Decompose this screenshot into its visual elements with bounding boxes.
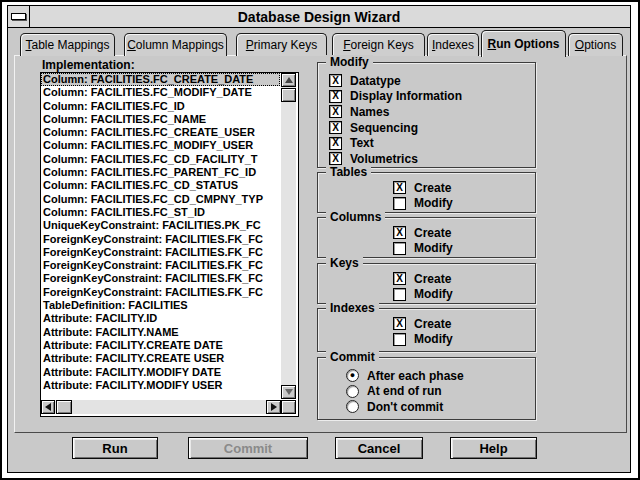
checkbox-keys-create-label: Create bbox=[414, 272, 451, 286]
checkbox-sequencing-label: Sequencing bbox=[350, 121, 418, 135]
horizontal-scrollbar-thumb[interactable] bbox=[56, 400, 72, 414]
group-commit-title: Commit bbox=[326, 350, 379, 364]
arrow-right-icon bbox=[271, 403, 277, 411]
tab-indexes[interactable]: Indexes bbox=[427, 33, 479, 56]
group-modify-title: Modify bbox=[326, 55, 373, 69]
checkbox-display-information[interactable]: X bbox=[329, 90, 342, 103]
list-item[interactable]: Column: FACILITIES.FC_MODIFY_DATE bbox=[41, 86, 280, 99]
list-item[interactable]: ForeignKeyConstraint: FACILITIES.FK_FC bbox=[41, 233, 280, 246]
cancel-button[interactable]: Cancel bbox=[335, 437, 423, 459]
checkbox-display-information-label: Display Information bbox=[350, 89, 462, 103]
checkbox-tables-create-label: Create bbox=[414, 181, 451, 195]
arrow-left-icon bbox=[45, 403, 51, 411]
group-keys: Keys XCreate Modify bbox=[317, 263, 536, 304]
list-item[interactable]: Column: FACILITIES.FC_CREATE_DATE bbox=[41, 73, 280, 86]
checkbox-tables-create[interactable]: X bbox=[393, 181, 406, 194]
group-columns: Columns XCreate Modify bbox=[317, 217, 536, 258]
radio-after-each-phase-label: After each phase bbox=[367, 369, 464, 383]
tab-options[interactable]: Options bbox=[568, 33, 623, 56]
list-item[interactable]: ForeignKeyConstraint: FACILITIES.FK_FC bbox=[41, 286, 280, 299]
scrollbar-corner bbox=[281, 400, 296, 414]
tab-column-mappings[interactable]: Column Mappings bbox=[124, 33, 227, 56]
checkbox-tables-modify[interactable] bbox=[393, 197, 406, 210]
scroll-right-button[interactable] bbox=[266, 400, 281, 414]
list-item[interactable]: ForeignKeyConstraint: FACILITIES.FK_FC bbox=[41, 246, 280, 259]
horizontal-scrollbar-track[interactable] bbox=[41, 400, 281, 414]
vertical-scrollbar-thumb[interactable] bbox=[281, 88, 296, 102]
list-item[interactable]: UniqueKeyConstraint: FACILITIES.PK_FC bbox=[41, 219, 280, 232]
checkbox-sequencing[interactable]: X bbox=[329, 121, 342, 134]
checkbox-columns-modify-label: Modify bbox=[414, 241, 453, 255]
checkbox-keys-modify-label: Modify bbox=[414, 287, 453, 301]
list-item[interactable]: Column: FACILITIES.FC_MODIFY_USER bbox=[41, 139, 280, 152]
scroll-up-button[interactable] bbox=[281, 73, 296, 87]
list-item[interactable]: Attribute: FACILITY.CREATE DATE bbox=[41, 339, 280, 352]
group-modify: Modify XDatatype XDisplay Information XN… bbox=[317, 62, 536, 168]
checkbox-names-label: Names bbox=[350, 105, 389, 119]
group-keys-title: Keys bbox=[326, 256, 363, 270]
list-item[interactable]: Attribute: FACILITY.CREATE USER bbox=[41, 352, 280, 365]
list-item[interactable]: ForeignKeyConstraint: FACILITIES.FK_FC bbox=[41, 259, 280, 272]
list-item[interactable]: TableDefinition: FACILITIES bbox=[41, 299, 280, 312]
list-item[interactable]: Column: FACILITIES.FC_PARENT_FC_ID bbox=[41, 166, 280, 179]
list-item[interactable]: Attribute: FACILITY.ID bbox=[41, 312, 280, 325]
checkbox-volumetrics[interactable]: X bbox=[329, 152, 342, 165]
list-item[interactable]: Column: FACILITIES.FC_CD_STATUS bbox=[41, 179, 280, 192]
tab-primary-keys[interactable]: Primary Keys bbox=[236, 33, 327, 56]
scroll-down-button[interactable] bbox=[281, 385, 296, 399]
checkbox-keys-create[interactable]: X bbox=[393, 272, 406, 285]
checkbox-datatype-label: Datatype bbox=[350, 74, 401, 88]
checkbox-indexes-create-label: Create bbox=[414, 317, 451, 331]
group-indexes-title: Indexes bbox=[326, 301, 379, 315]
checkbox-columns-create[interactable]: X bbox=[393, 226, 406, 239]
list-item[interactable]: ForeignKeyConstraint: FACILITIES.FK_FC bbox=[41, 272, 280, 285]
checkbox-tables-modify-label: Modify bbox=[414, 196, 453, 210]
run-button[interactable]: Run bbox=[72, 437, 158, 459]
list-item[interactable]: Column: FACILITIES.FC_CREATE_USER bbox=[41, 126, 280, 139]
list-item[interactable]: Attribute: FACILITY.NAME bbox=[41, 326, 280, 339]
implementation-label: Implementation: bbox=[42, 58, 135, 72]
list-item[interactable]: Attribute: FACILITY.MODIFY DATE bbox=[41, 366, 280, 379]
system-menu-button[interactable] bbox=[8, 6, 30, 27]
radio-at-end-of-run[interactable] bbox=[346, 385, 359, 398]
checkbox-volumetrics-label: Volumetrics bbox=[350, 152, 418, 166]
arrow-down-icon bbox=[285, 389, 293, 395]
checkbox-columns-create-label: Create bbox=[414, 226, 451, 240]
group-columns-title: Columns bbox=[326, 210, 385, 224]
checkbox-text[interactable]: X bbox=[329, 137, 342, 150]
group-indexes: Indexes XCreate Modify bbox=[317, 308, 536, 352]
checkbox-text-label: Text bbox=[350, 136, 374, 150]
group-tables-title: Tables bbox=[326, 165, 371, 179]
implementation-list-items: Column: FACILITIES.FC_CREATE_DATE Column… bbox=[41, 73, 280, 392]
system-menu-icon bbox=[11, 13, 26, 20]
help-button[interactable]: Help bbox=[450, 437, 537, 459]
commit-button[interactable]: Commit bbox=[188, 437, 308, 459]
arrow-up-icon bbox=[285, 77, 293, 83]
tab-table-mappings[interactable]: Table Mappings bbox=[20, 33, 115, 56]
group-commit: Commit ●After each phase At end of run D… bbox=[317, 357, 536, 420]
checkbox-indexes-create[interactable]: X bbox=[393, 317, 406, 330]
checkbox-indexes-modify-label: Modify bbox=[414, 332, 453, 346]
list-item[interactable]: Column: FACILITIES.FC_ID bbox=[41, 100, 280, 113]
scroll-left-button[interactable] bbox=[41, 400, 55, 414]
vertical-scrollbar-track[interactable] bbox=[281, 73, 296, 399]
group-tables: Tables XCreate Modify bbox=[317, 172, 536, 213]
checkbox-datatype[interactable]: X bbox=[329, 74, 342, 87]
window-title: Database Design Wizard bbox=[30, 6, 608, 27]
tab-run-options[interactable]: Run Options bbox=[481, 30, 566, 57]
checkbox-keys-modify[interactable] bbox=[393, 288, 406, 301]
list-item[interactable]: Column: FACILITIES.FC_CD_CMPNY_TYP bbox=[41, 193, 280, 206]
tab-foreign-keys[interactable]: Foreign Keys bbox=[332, 33, 425, 56]
checkbox-columns-modify[interactable] bbox=[393, 242, 406, 255]
radio-dont-commit-label: Don't commit bbox=[367, 400, 443, 414]
list-item[interactable]: Column: FACILITIES.FC_ST_ID bbox=[41, 206, 280, 219]
list-item[interactable]: Attribute: FACILITY.MODIFY USER bbox=[41, 379, 280, 392]
radio-at-end-of-run-label: At end of run bbox=[367, 384, 442, 398]
checkbox-names[interactable]: X bbox=[329, 105, 342, 118]
list-item[interactable]: Column: FACILITIES.FC_NAME bbox=[41, 113, 280, 126]
checkbox-indexes-modify[interactable] bbox=[393, 333, 406, 346]
radio-dont-commit[interactable] bbox=[346, 400, 359, 413]
list-item[interactable]: Column: FACILITIES.FC_CD_FACILITY_T bbox=[41, 153, 280, 166]
radio-after-each-phase[interactable]: ● bbox=[346, 369, 359, 382]
